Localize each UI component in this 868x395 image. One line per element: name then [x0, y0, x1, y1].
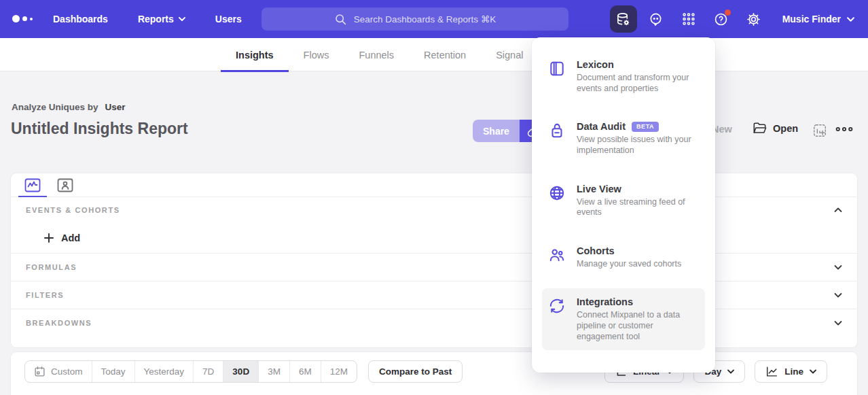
compare-label: Compare to Past: [379, 366, 452, 377]
builder-view-tabs: [11, 173, 857, 197]
add-event-button[interactable]: Add: [43, 233, 80, 243]
analyze-prefix: Analyze Uniques by: [12, 102, 98, 112]
database-gear-icon: [615, 12, 631, 27]
nav-reports[interactable]: Reports: [138, 14, 185, 24]
nav-users[interactable]: Users: [215, 14, 242, 24]
chevron-down-icon: [834, 320, 842, 326]
range-30d[interactable]: 30D: [223, 361, 258, 382]
help-button[interactable]: [708, 5, 735, 33]
menu-item-description: Manage your saved cohorts: [577, 259, 699, 270]
data-management-button[interactable]: [610, 5, 637, 33]
menu-item-text: Lexicon Document and transform your even…: [577, 59, 699, 94]
range-label: 7D: [202, 366, 214, 377]
analyze-entity-selector[interactable]: User: [105, 102, 126, 112]
compare-to-past-button[interactable]: Compare to Past: [368, 360, 463, 383]
filters-section[interactable]: FILTERS: [11, 281, 857, 309]
more-options-button[interactable]: [835, 125, 853, 133]
beta-badge: BETA: [632, 122, 659, 132]
range-label: 30D: [232, 366, 249, 377]
add-event-row: Add: [11, 223, 857, 253]
report-tab-bar: Insights Flows Funnels Retention Signal …: [0, 38, 868, 71]
settings-button[interactable]: [740, 5, 767, 33]
nav-users-label: Users: [215, 14, 242, 24]
filters-label: FILTERS: [26, 291, 64, 299]
search-icon: [334, 13, 347, 26]
menu-item-text: Integrations Connect Mixpanel to a data …: [577, 296, 699, 342]
tab-signal[interactable]: Signal: [481, 38, 538, 71]
chevron-down-icon: [179, 17, 185, 21]
three-dots-icon: [835, 125, 853, 133]
folder-icon: [753, 122, 767, 135]
menu-item-integrations[interactable]: Integrations Connect Mixpanel to a data …: [542, 288, 705, 350]
line-chart-icon: [765, 366, 778, 377]
menu-item-lexicon[interactable]: Lexicon Document and transform your even…: [542, 51, 705, 102]
menu-item-cohorts[interactable]: Cohorts Manage your saved cohorts: [542, 237, 705, 278]
range-today[interactable]: Today: [92, 361, 134, 382]
query-builder-panel: EVENTS & COHORTS Add FORMULAS FILTERS BR…: [11, 173, 857, 347]
range-6m[interactable]: 6M: [289, 361, 321, 382]
tab-retention[interactable]: Retention: [409, 38, 481, 71]
menu-item-description: View possible issues with your implement…: [577, 135, 699, 156]
tab-label: Funnels: [359, 50, 394, 61]
chart-add-icon: [812, 123, 827, 138]
menu-item-description: View a live streaming feed of events: [577, 197, 699, 218]
range-label: 3M: [268, 366, 281, 377]
tab-label: Retention: [424, 50, 466, 61]
range-yesterday[interactable]: Yesterday: [134, 361, 194, 382]
apps-grid-button[interactable]: [675, 5, 702, 33]
range-custom[interactable]: Custom: [25, 361, 92, 382]
tab-label: Flows: [304, 50, 329, 61]
date-range-group: Custom Today Yesterday 7D 30D 3M 6M 12M: [24, 360, 357, 383]
tab-flows[interactable]: Flows: [289, 38, 344, 71]
nav-dashboards[interactable]: Dashboards: [53, 14, 108, 24]
formulas-section[interactable]: FORMULAS: [11, 253, 857, 281]
events-cohorts-label: EVENTS & COHORTS: [26, 206, 120, 214]
open-report-button[interactable]: Open: [753, 122, 798, 135]
menu-item-data-audit[interactable]: Data Audit BETA View possible issues wit…: [542, 113, 705, 164]
mixpanel-logo[interactable]: [12, 15, 33, 22]
report-tabs: Insights Flows Funnels Retention Signal …: [221, 38, 579, 71]
menu-item-text: Cohorts Manage your saved cohorts: [577, 245, 699, 270]
tab-label: Insights: [236, 50, 274, 61]
range-label: Custom: [51, 366, 83, 377]
logo-dot: [12, 15, 20, 22]
menu-item-title: Lexicon: [577, 59, 614, 70]
tab-events-view[interactable]: [16, 173, 49, 196]
tab-label: Signal: [496, 50, 523, 61]
project-switcher[interactable]: Music Finder: [782, 14, 854, 24]
breakdowns-label: BREAKDOWNS: [26, 319, 92, 327]
chevron-down-icon: [847, 17, 854, 22]
search-input[interactable]: Search Dashboards & Reports ⌘K: [261, 7, 568, 31]
tab-profiles-view[interactable]: [49, 173, 82, 196]
formulas-label: FORMULAS: [26, 263, 77, 271]
globe-icon: [548, 184, 566, 218]
notification-dot: [725, 10, 731, 16]
grid-dots-icon: [681, 12, 696, 27]
menu-item-text: Data Audit BETA View possible issues wit…: [577, 121, 699, 156]
range-label: 12M: [330, 366, 348, 377]
logo-dot: [30, 18, 33, 20]
person-card-icon: [57, 178, 73, 192]
tab-funnels[interactable]: Funnels: [344, 38, 409, 71]
menu-item-text: Live View View a live streaming feed of …: [577, 184, 699, 218]
breakdowns-section[interactable]: BREAKDOWNS: [11, 309, 857, 337]
menu-item-title: Data Audit: [577, 121, 626, 132]
calendar-icon: [34, 366, 46, 377]
feedback-button[interactable]: [643, 5, 670, 33]
range-7d[interactable]: 7D: [193, 361, 223, 382]
menu-item-live-view[interactable]: Live View View a live streaming feed of …: [542, 175, 705, 226]
open-label: Open: [773, 123, 798, 134]
range-3m[interactable]: 3M: [258, 361, 289, 382]
menu-item-title: Cohorts: [577, 245, 615, 256]
chart-pulse-icon: [24, 178, 41, 192]
chart-type-dropdown[interactable]: Line: [755, 360, 827, 383]
add-to-dashboard-button[interactable]: [812, 123, 827, 138]
report-title[interactable]: Untitled Insights Report: [11, 120, 188, 138]
range-12m[interactable]: 12M: [321, 361, 357, 382]
chevron-down-icon: [810, 369, 816, 374]
tab-insights[interactable]: Insights: [221, 38, 289, 71]
nav-reports-label: Reports: [138, 14, 174, 24]
topbar-actions: Music Finder: [610, 5, 858, 33]
events-cohorts-section-header[interactable]: EVENTS & COHORTS: [11, 197, 857, 223]
share-button[interactable]: Share: [473, 120, 520, 142]
